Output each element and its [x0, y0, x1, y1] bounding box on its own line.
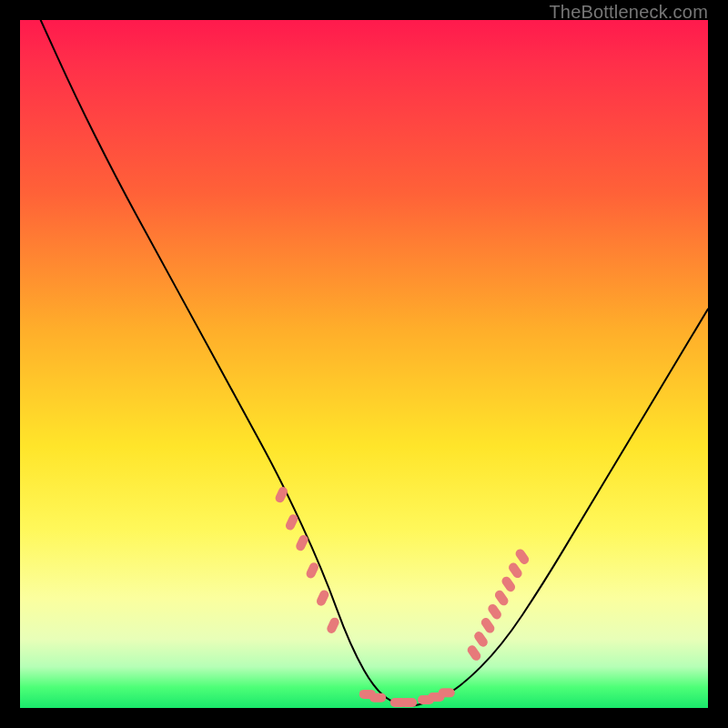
highlight-dot [466, 643, 483, 662]
highlight-dot [493, 589, 511, 607]
curve-layer [41, 20, 708, 705]
highlight-dot [507, 561, 524, 580]
highlight-dot [514, 547, 531, 565]
highlight-dot [500, 575, 518, 593]
plot-area [20, 20, 708, 708]
chart-frame: TheBottleneck.com [0, 0, 728, 728]
highlight-dot [326, 616, 341, 635]
highlight-dots-left [274, 485, 340, 634]
highlight-dot [439, 688, 455, 697]
bottleneck-curve [41, 20, 708, 705]
highlight-dot [472, 630, 490, 648]
chart-svg [20, 20, 708, 708]
highlight-dots-bottom [359, 688, 455, 707]
highlight-dot [486, 602, 503, 621]
attribution-text: TheBottleneck.com [549, 2, 708, 23]
highlight-dots-right [466, 547, 531, 662]
highlight-dot [480, 616, 497, 634]
highlight-dot [305, 561, 320, 581]
highlight-dot [369, 693, 386, 703]
highlight-dot [400, 698, 417, 707]
highlight-dot [315, 589, 330, 608]
